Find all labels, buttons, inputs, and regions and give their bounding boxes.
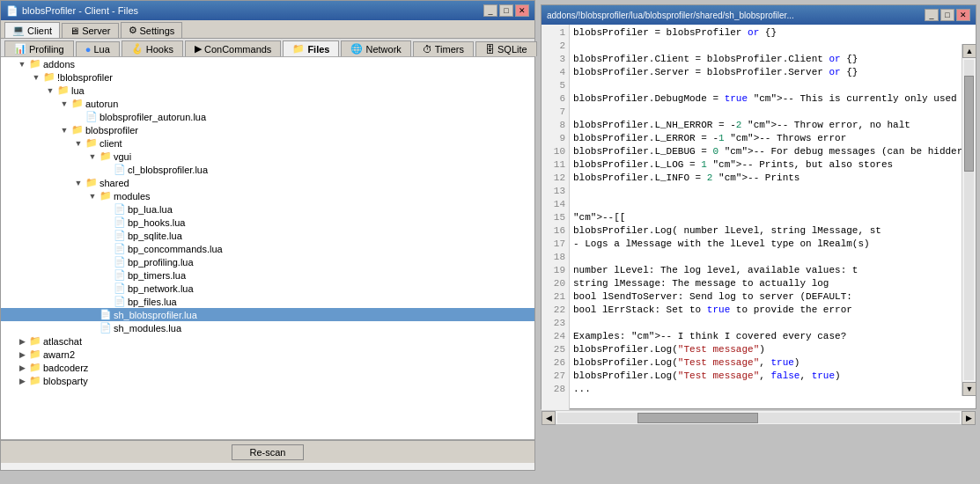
code-maximize-button[interactable]: □ xyxy=(940,9,954,21)
tab-network[interactable]: 🌐 Network xyxy=(341,40,410,56)
list-item[interactable]: ▼ 📁 addons xyxy=(1,57,534,70)
line-number: 24 xyxy=(545,330,565,343)
folder-icon: 📁 xyxy=(57,84,70,96)
list-item[interactable]: ▼ 📁 autorun xyxy=(1,97,534,110)
tab-hooks[interactable]: 🪝 Hooks xyxy=(122,40,183,56)
code-line: string lMessage: The message to actually… xyxy=(573,277,972,290)
scroll-track-vertical[interactable] xyxy=(964,60,974,380)
list-item[interactable]: 📄 blobsprofiler_autorun.lua xyxy=(1,110,534,123)
line-number: 4 xyxy=(545,66,565,79)
scroll-left-arrow[interactable]: ◀ xyxy=(542,411,556,425)
expand-icon[interactable]: ▶ xyxy=(15,350,29,359)
list-item[interactable]: ▼ 📁 modules xyxy=(1,189,534,202)
expand-icon[interactable]: ▶ xyxy=(15,377,29,385)
scroll-track-horizontal[interactable] xyxy=(557,413,960,423)
scroll-up-arrow[interactable]: ▲ xyxy=(962,44,976,58)
list-item[interactable]: 📄 bp_hooks.lua xyxy=(1,216,534,229)
code-area[interactable]: blobsProfiler = blobsProfiler or {}blobs… xyxy=(570,25,976,410)
code-title-controls: _ □ ✕ xyxy=(925,9,970,21)
tab-profiling[interactable]: 📊 Profiling xyxy=(4,40,74,56)
expand-icon[interactable]: ▶ xyxy=(15,363,29,372)
list-item[interactable]: ▼ 📁 !blobsprofiler xyxy=(1,70,534,84)
tab-lua[interactable]: ● Lua xyxy=(76,41,120,56)
list-item[interactable]: 📄 sh_modules.lua xyxy=(1,321,534,334)
folder-icon: 📁 xyxy=(71,124,84,136)
window-title: blobsProfiler - Client - Files xyxy=(22,5,138,16)
list-item[interactable]: ▼ 📁 vgui xyxy=(1,150,534,163)
tab-settings[interactable]: ⚙ Settings xyxy=(121,22,183,38)
tab-sqlite[interactable]: 🗄 SQLite xyxy=(475,41,537,56)
tab-concommands[interactable]: ▶ ConCommands xyxy=(185,40,281,56)
list-item[interactable]: 📄 bp_profiling.lua xyxy=(1,255,534,268)
tab-timers[interactable]: ⏱ Timers xyxy=(413,41,474,56)
list-item[interactable]: 📄 bp_files.lua xyxy=(1,295,534,308)
file-tree[interactable]: ▼ 📁 addons ▼ 📁 !blobsprofiler ▼ 📁 lua xyxy=(1,57,534,440)
code-line: blobsProfiler.L_LOG = 1 "cm">-- Prints, … xyxy=(573,158,972,172)
list-item[interactable]: 📄 bp_network.lua xyxy=(1,282,534,295)
horizontal-scrollbar[interactable]: ◀ ▶ xyxy=(542,410,976,424)
tab-timers-label: Timers xyxy=(435,44,464,55)
line-number: 18 xyxy=(545,251,565,264)
code-close-button[interactable]: ✕ xyxy=(956,9,970,21)
line-number: 2 xyxy=(545,40,565,53)
list-item[interactable]: ▼ 📁 client xyxy=(1,136,534,150)
line-number: 25 xyxy=(545,343,565,356)
minimize-button[interactable]: _ xyxy=(483,4,497,17)
expand-icon[interactable]: ▶ xyxy=(15,337,29,346)
code-line: number lLevel: The log level, available … xyxy=(573,264,972,277)
list-item[interactable]: ▼ 📁 lua xyxy=(1,84,534,97)
expand-icon[interactable]: ▼ xyxy=(15,60,29,69)
network-icon: 🌐 xyxy=(350,43,363,55)
list-item[interactable]: 📄 cl_blobsprofiler.lua xyxy=(1,163,534,176)
rescan-bar: Re-scan xyxy=(1,440,534,463)
code-line: blobsProfiler = blobsProfiler or {} xyxy=(573,26,972,40)
list-item[interactable]: 📄 bp_lua.lua xyxy=(1,202,534,216)
expand-icon[interactable]: ▼ xyxy=(85,152,99,161)
tab-sqlite-label: SQLite xyxy=(497,44,527,55)
tab-files[interactable]: 📁 Files xyxy=(283,40,339,56)
close-button[interactable]: ✕ xyxy=(515,4,529,17)
rescan-button[interactable]: Re-scan xyxy=(232,444,305,460)
list-item[interactable]: 📄 bp_timers.lua xyxy=(1,268,534,282)
vertical-scrollbar[interactable]: ▲ ▼ xyxy=(962,44,976,396)
tab-client[interactable]: 💻 Client xyxy=(4,22,60,38)
expand-icon[interactable]: ▼ xyxy=(57,126,71,135)
scroll-down-arrow[interactable]: ▼ xyxy=(962,382,976,396)
list-item[interactable]: ▶ 📁 blobsparty xyxy=(1,374,534,387)
scroll-thumb-horizontal[interactable] xyxy=(637,413,758,423)
expand-icon[interactable]: ▼ xyxy=(71,139,85,148)
list-item[interactable]: ▶ 📁 badcoderz xyxy=(1,361,534,374)
expand-icon[interactable]: ▼ xyxy=(85,192,99,201)
list-item[interactable]: 📄 sh_blobsprofiler.lua xyxy=(1,308,534,321)
list-item[interactable]: 📄 bp_concommands.lua xyxy=(1,242,534,255)
file-icon: 📄 xyxy=(114,256,126,268)
code-window: addons/!blobsprofiler/lua/blobsprofiler/… xyxy=(541,4,976,409)
list-item[interactable]: 📄 bp_sqlite.lua xyxy=(1,229,534,242)
list-item[interactable]: ▶ 📁 atlaschat xyxy=(1,334,534,348)
file-icon: 📄 xyxy=(85,111,98,122)
folder-icon: 📁 xyxy=(43,71,55,83)
list-item[interactable]: ▶ 📁 awarn2 xyxy=(1,348,534,361)
expand-icon[interactable]: ▼ xyxy=(71,179,85,187)
list-item[interactable]: ▼ 📁 blobsprofiler xyxy=(1,123,534,136)
main-window: 📄 blobsProfiler - Client - Files _ □ ✕ 💻… xyxy=(0,0,535,471)
code-line xyxy=(573,185,972,198)
title-bar-left: 📄 blobsProfiler - Client - Files xyxy=(6,5,138,17)
scroll-thumb-vertical[interactable] xyxy=(964,76,974,172)
tab-network-label: Network xyxy=(365,44,401,55)
file-icon: 📄 xyxy=(114,230,126,241)
maximize-button[interactable]: □ xyxy=(499,4,513,17)
code-minimize-button[interactable]: _ xyxy=(925,9,939,21)
code-line: blobsProfiler.Log("Test message", false,… xyxy=(573,370,972,383)
list-item[interactable]: ▼ 📁 shared xyxy=(1,176,534,189)
line-number: 8 xyxy=(545,119,565,132)
code-line: blobsProfiler.L_INFO = 2 "cm">-- Prints xyxy=(573,172,972,185)
expand-icon[interactable]: ▼ xyxy=(57,99,71,108)
expand-icon[interactable]: ▼ xyxy=(29,73,43,82)
expand-icon[interactable]: ▼ xyxy=(43,86,57,95)
tab-server[interactable]: 🖥 Server xyxy=(62,23,118,38)
scroll-right-arrow[interactable]: ▶ xyxy=(962,411,976,425)
code-title-bar: addons/!blobsprofiler/lua/blobsprofiler/… xyxy=(542,5,976,25)
tab-files-label: Files xyxy=(307,44,329,55)
line-number: 5 xyxy=(545,79,565,92)
